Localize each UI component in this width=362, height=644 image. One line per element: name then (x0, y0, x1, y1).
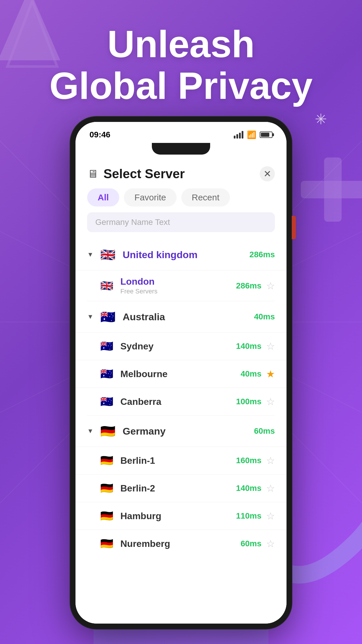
country-row-de[interactable]: ▼ 🇩🇪 Germany 60ms (75, 416, 287, 447)
screen-title: Select Server (103, 167, 185, 181)
tab-all[interactable]: All (87, 188, 119, 206)
tab-favorite[interactable]: Favorite (124, 188, 176, 206)
header-text: Unleash Global Privacy (0, 23, 362, 107)
status-icons: 📶 (234, 130, 273, 139)
app-screen: 🖥 Select Server ✕ All Favorite Recent Ge… (75, 157, 287, 624)
city-name-nuremberg: Nuremberg (120, 538, 240, 549)
star-sydney[interactable]: ☆ (266, 340, 275, 352)
flag-au: 🇦🇺 (99, 308, 117, 326)
city-name-hamburg: Hamburg (120, 511, 236, 522)
ping-melbourne: 40ms (240, 369, 261, 379)
city-info-sydney: Sydney (120, 341, 236, 352)
city-info-berlin1: Berlin-1 (120, 455, 236, 466)
svg-rect-17 (301, 181, 362, 198)
city-info-melbourne: Melbourne (120, 369, 240, 379)
star-melbourne[interactable]: ★ (266, 368, 275, 380)
title-left: 🖥 Select Server (87, 167, 185, 181)
city-info-berlin2: Berlin-2 (120, 483, 236, 494)
city-info-hamburg: Hamburg (120, 511, 236, 522)
ping-canberra: 100ms (236, 397, 261, 406)
chevron-icon-de: ▼ (87, 427, 94, 435)
ping-nuremberg: 60ms (240, 539, 261, 548)
ping-hamburg: 110ms (236, 511, 261, 521)
battery-icon (260, 132, 273, 138)
city-row-london[interactable]: 🇬🇧 London Free Servers 286ms ☆ (75, 270, 287, 301)
city-row-berlin1[interactable]: 🇩🇪 Berlin-1 160ms ☆ (75, 447, 287, 474)
chevron-icon-au: ▼ (87, 313, 94, 321)
wifi-icon: 📶 (247, 130, 256, 139)
city-row-berlin2[interactable]: 🇩🇪 Berlin-2 140ms ☆ (75, 474, 287, 502)
city-name-melbourne: Melbourne (120, 369, 240, 379)
ping-berlin1: 160ms (236, 456, 261, 465)
ping-berlin2: 140ms (236, 484, 261, 493)
ping-uk: 286ms (249, 250, 275, 259)
flag-london: 🇬🇧 (99, 278, 115, 294)
star-nuremberg[interactable]: ☆ (266, 538, 275, 550)
country-name-uk: United kingdom (123, 249, 249, 260)
star-berlin1[interactable]: ☆ (266, 455, 275, 466)
phone-side-button (292, 216, 296, 239)
star-london[interactable]: ☆ (266, 280, 275, 292)
country-name-de: Germany (123, 426, 254, 437)
flag-sydney: 🇦🇺 (99, 338, 115, 354)
city-row-nuremberg[interactable]: 🇩🇪 Nuremberg 60ms ☆ (75, 530, 287, 557)
country-row-au[interactable]: ▼ 🇦🇺 Australia 40ms (75, 301, 287, 332)
status-time: 09:46 (89, 130, 110, 139)
flag-nuremberg: 🇩🇪 (99, 536, 115, 552)
title-bar: 🖥 Select Server ✕ (75, 157, 287, 188)
flag-berlin1: 🇩🇪 (99, 453, 115, 468)
star-berlin2[interactable]: ☆ (266, 482, 275, 494)
ping-au: 40ms (254, 312, 275, 321)
ping-de: 60ms (254, 426, 275, 436)
city-name-berlin2: Berlin-2 (120, 483, 236, 494)
city-row-sydney[interactable]: 🇦🇺 Sydney 140ms ☆ (75, 332, 287, 360)
city-row-hamburg[interactable]: 🇩🇪 Hamburg 110ms ☆ (75, 502, 287, 530)
city-name-canberra: Canberra (120, 396, 236, 407)
status-bar: 09:46 📶 (75, 122, 287, 143)
flag-canberra: 🇦🇺 (99, 394, 115, 410)
star-hamburg[interactable]: ☆ (266, 510, 275, 522)
phone-mockup: 09:46 📶 (70, 117, 292, 629)
server-list: ▼ 🇬🇧 United kingdom 286ms 🇬🇧 London Free… (75, 239, 287, 557)
notch (152, 143, 210, 155)
city-info-nuremberg: Nuremberg (120, 538, 240, 549)
flag-melbourne: 🇦🇺 (99, 366, 115, 382)
close-button[interactable]: ✕ (260, 166, 275, 181)
city-row-melbourne[interactable]: 🇦🇺 Melbourne 40ms ★ (75, 360, 287, 388)
search-bar[interactable]: Germany Name Text (87, 212, 275, 232)
flag-de: 🇩🇪 (99, 422, 117, 440)
country-row-uk[interactable]: ▼ 🇬🇧 United kingdom 286ms (75, 239, 287, 270)
country-name-au: Australia (123, 311, 254, 323)
city-name-sydney: Sydney (120, 341, 236, 352)
city-info-london: London Free Servers (120, 276, 236, 295)
sparkle-decoration: ✳ (315, 111, 327, 128)
chevron-icon-uk: ▼ (87, 251, 94, 258)
ping-london: 286ms (236, 281, 261, 290)
city-name-berlin1: Berlin-1 (120, 455, 236, 466)
ping-sydney: 140ms (236, 342, 261, 351)
city-info-canberra: Canberra (120, 396, 236, 407)
server-icon: 🖥 (87, 168, 98, 180)
flag-hamburg: 🇩🇪 (99, 508, 115, 524)
city-row-canberra[interactable]: 🇦🇺 Canberra 100ms ☆ (75, 388, 287, 415)
signal-icon (234, 131, 243, 139)
header-line1: Unleash (107, 23, 255, 65)
flag-uk: 🇬🇧 (99, 246, 117, 264)
header-line2: Global Privacy (49, 64, 312, 107)
tab-bar: All Favorite Recent (75, 188, 287, 212)
star-canberra[interactable]: ☆ (266, 396, 275, 407)
flag-berlin2: 🇩🇪 (99, 480, 115, 496)
city-sub-london: Free Servers (120, 288, 236, 295)
notch-area (75, 143, 287, 157)
tab-recent[interactable]: Recent (181, 188, 230, 206)
city-name-london: London (120, 276, 236, 287)
search-placeholder: Germany Name Text (95, 218, 170, 227)
